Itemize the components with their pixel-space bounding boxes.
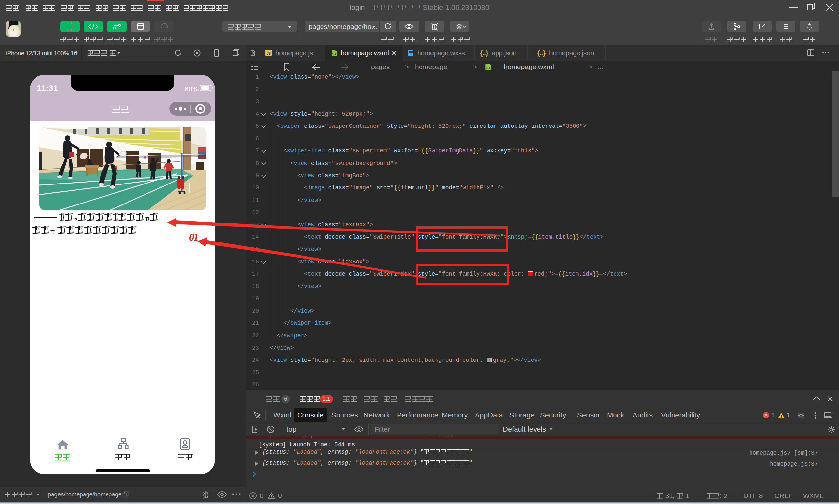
svg-text:JS: JS [267, 52, 271, 55]
